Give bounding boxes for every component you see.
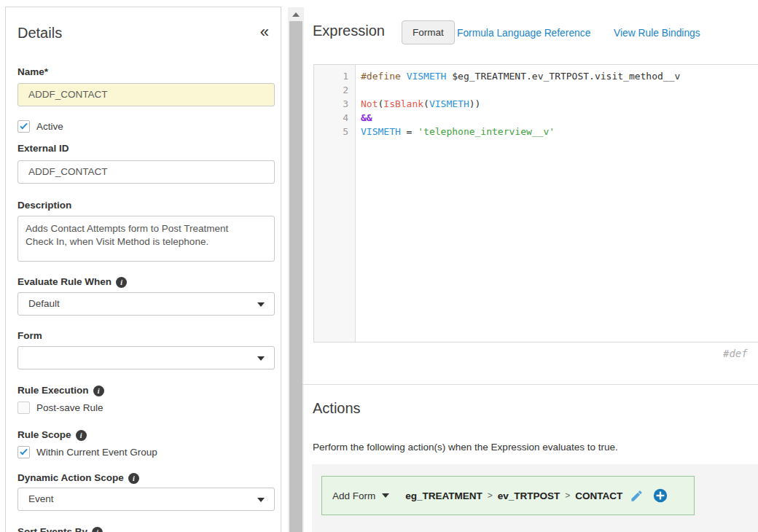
evaluate-rule-when-select[interactable]: Default: [17, 292, 275, 316]
line-number: 1: [314, 69, 355, 83]
actions-description: Perform the following action(s) when the…: [313, 442, 618, 453]
section-divider: [302, 384, 758, 385]
chevron-down-icon: [382, 493, 389, 498]
info-icon[interactable]: i: [76, 430, 87, 441]
breadcrumb-event: ev_TRTPOST: [498, 490, 560, 501]
add-action-button[interactable]: [653, 488, 668, 503]
name-input[interactable]: ADDF_CONTACT: [17, 83, 275, 106]
plus-circle-icon: [653, 488, 668, 503]
active-checkbox[interactable]: [17, 120, 30, 133]
rule-execution-label: Rule Execution i: [17, 385, 275, 396]
dynamic-action-scope-label: Dynamic Action Scope i: [17, 472, 275, 484]
info-icon[interactable]: i: [92, 527, 103, 532]
info-icon[interactable]: i: [116, 277, 127, 288]
description-textarea[interactable]: Adds Contact Attempts form to Post Treat…: [17, 216, 275, 262]
collapse-panel-icon[interactable]: «: [260, 25, 269, 39]
action-type-label: Add Form: [332, 490, 375, 501]
breadcrumb-separator: >: [488, 490, 493, 501]
info-icon[interactable]: i: [93, 386, 104, 396]
edit-action-button[interactable]: [630, 489, 644, 503]
scroll-up-icon: [292, 12, 300, 17]
chevron-down-icon: [257, 356, 265, 361]
details-title: Details: [17, 25, 62, 41]
actions-title: Actions: [313, 400, 361, 417]
breadcrumb-separator: >: [565, 490, 570, 501]
description-label: Description: [17, 200, 275, 211]
checkmark-icon: [20, 447, 27, 455]
code-line: &&: [361, 111, 758, 125]
description-text: Adds Contact Attempts form to Post Treat…: [26, 222, 249, 248]
post-save-rule-label: Post-save Rule: [36, 402, 103, 413]
expression-title: Expression: [313, 23, 385, 39]
expression-code-editor[interactable]: 12345 #define VISMETH $eg_TREATMENT.ev_T…: [313, 64, 758, 343]
active-checkbox-row: Active: [17, 120, 275, 133]
action-row: Add Form eg_TREATMENT > ev_TRTPOST > CON…: [321, 476, 695, 515]
actions-container: Add Form eg_TREATMENT > ev_TRTPOST > CON…: [312, 464, 758, 532]
dynamic-action-scope-select[interactable]: Event: [17, 488, 275, 511]
action-type-dropdown[interactable]: Add Form: [332, 490, 389, 501]
line-number: 4: [314, 111, 355, 125]
editor-overlay-hint: #def: [723, 348, 758, 359]
details-panel: Details « Name* ADDF_CONTACT Active Exte…: [5, 7, 281, 532]
evaluate-rule-when-label: Evaluate Rule When i: [17, 276, 275, 288]
name-label: Name*: [17, 66, 275, 78]
post-save-rule-checkbox[interactable]: [17, 402, 30, 414]
chevron-down-icon: [257, 498, 265, 502]
scroll-up-button[interactable]: [288, 7, 304, 21]
within-event-group-label: Within Current Event Group: [36, 447, 157, 458]
chevron-down-icon: [257, 302, 265, 307]
code-line: #define VISMETH $eg_TREATMENT.ev_TRTPOST…: [361, 69, 758, 83]
code-line: VISMETH = 'telephone_interview__v': [361, 125, 758, 138]
line-number: 5: [314, 125, 355, 138]
within-event-group-row: Within Current Event Group: [17, 445, 275, 458]
format-button[interactable]: Format: [402, 20, 455, 44]
rule-scope-label: Rule Scope i: [17, 429, 275, 441]
active-label: Active: [36, 121, 63, 132]
checkmark-icon: [20, 121, 27, 129]
rule-editor-page: Details « Name* ADDF_CONTACT Active Exte…: [0, 0, 758, 532]
code-line: [361, 83, 758, 97]
formula-language-reference-link[interactable]: Formula Language Reference: [457, 28, 590, 39]
within-event-group-checkbox[interactable]: [17, 446, 30, 458]
line-number: 3: [314, 97, 355, 111]
form-select[interactable]: [17, 346, 275, 369]
post-save-rule-row: Post-save Rule: [17, 401, 275, 414]
details-panel-header: Details «: [17, 25, 275, 41]
code-line: Not(IsBlank(VISMETH)): [361, 97, 758, 111]
line-number: 2: [314, 83, 355, 97]
external-id-label: External ID: [17, 143, 275, 154]
breadcrumb-event-group: eg_TREATMENT: [405, 490, 482, 501]
pencil-icon: [630, 489, 644, 503]
info-icon[interactable]: i: [128, 473, 139, 484]
form-label: Form: [17, 330, 275, 342]
details-scrollbar[interactable]: [288, 7, 304, 532]
external-id-input[interactable]: ADDF_CONTACT: [17, 160, 275, 184]
sort-events-by-label: Sort Events By i: [17, 526, 275, 532]
editor-gutter: 12345: [314, 65, 356, 342]
editor-code-area: #define VISMETH $eg_TREATMENT.ev_TRTPOST…: [356, 65, 758, 138]
breadcrumb-form: CONTACT: [575, 490, 622, 501]
scrollbar-thumb[interactable]: [289, 21, 302, 532]
view-rule-bindings-link[interactable]: View Rule Bindings: [614, 28, 700, 39]
